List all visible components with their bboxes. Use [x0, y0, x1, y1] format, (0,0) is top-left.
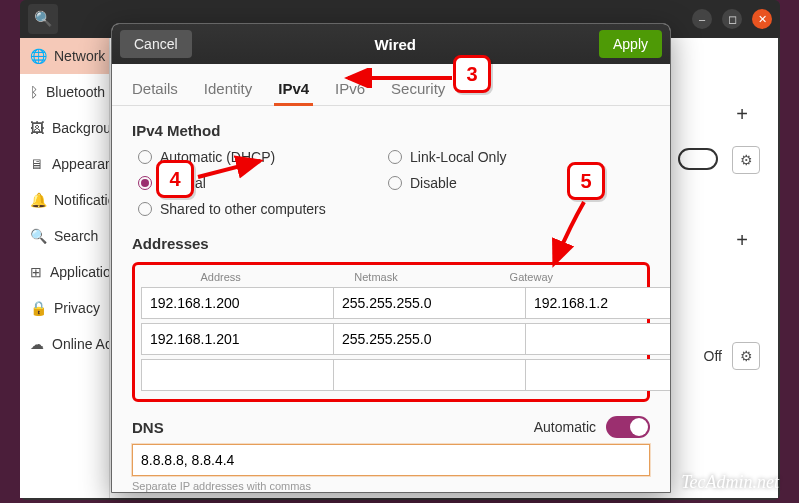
- sidebar-item-applications[interactable]: ⊞Applications: [20, 254, 109, 290]
- sidebar-item-network[interactable]: 🌐Network: [20, 38, 109, 74]
- connection-toggle[interactable]: [678, 148, 718, 170]
- sidebar-item-background[interactable]: 🖼Background: [20, 110, 109, 146]
- sidebar-label: Network: [54, 48, 105, 64]
- dns-automatic-label: Automatic: [534, 419, 596, 435]
- radio-dot-icon: [388, 176, 402, 190]
- sidebar-item-search[interactable]: 🔍Search: [20, 218, 109, 254]
- address-headers: Address Netmask Gateway: [141, 271, 641, 283]
- radio-link-local[interactable]: Link-Local Only: [388, 149, 650, 165]
- add-connection-icon[interactable]: +: [730, 102, 754, 126]
- sidebar-item-notifications[interactable]: 🔔Notifications: [20, 182, 109, 218]
- sidebar-label: Bluetooth: [46, 84, 105, 100]
- tab-details[interactable]: Details: [130, 74, 180, 105]
- sidebar-icon: 🔔: [30, 192, 46, 208]
- proxy-settings-gear-icon[interactable]: ⚙: [732, 342, 760, 370]
- radio-dot-icon: [388, 150, 402, 164]
- search-icon[interactable]: 🔍: [28, 4, 58, 34]
- dns-hint: Separate IP addresses with commas: [132, 480, 650, 492]
- radio-dot-icon: [138, 176, 152, 190]
- radio-label: Shared to other computers: [160, 201, 326, 217]
- tab-identity[interactable]: Identity: [202, 74, 254, 105]
- settings-sidebar: 🌐NetworkᛒBluetooth🖼Background🖥Appearance…: [20, 38, 110, 498]
- callout-5: 5: [567, 162, 605, 200]
- col-address: Address: [143, 271, 298, 283]
- callout-4: 4: [156, 160, 194, 198]
- address-row: 🗑: [141, 359, 641, 391]
- radio-dot-icon: [138, 202, 152, 216]
- add-vpn-icon[interactable]: +: [730, 228, 754, 252]
- sidebar-icon: ᛒ: [30, 84, 38, 100]
- netmask-input[interactable]: [334, 323, 526, 355]
- radio-label: Disable: [410, 175, 457, 191]
- ipv4-method-label: IPv4 Method: [132, 122, 650, 139]
- window-minimize-icon[interactable]: –: [692, 9, 712, 29]
- sidebar-label: Applications: [50, 264, 110, 280]
- gateway-input[interactable]: [526, 287, 670, 319]
- dns-label: DNS: [132, 419, 164, 436]
- gateway-input[interactable]: [526, 359, 670, 391]
- proxy-status: Off: [704, 348, 722, 364]
- address-row: 🗑: [141, 323, 641, 355]
- sidebar-icon: ☁: [30, 336, 44, 352]
- dialog-tabs: DetailsIdentityIPv4IPv6Security: [112, 64, 670, 106]
- radio-disable[interactable]: Disable: [388, 175, 650, 191]
- radio-dot-icon: [138, 150, 152, 164]
- gateway-input[interactable]: [526, 323, 670, 355]
- window-maximize-icon[interactable]: ◻: [722, 9, 742, 29]
- cancel-button[interactable]: Cancel: [120, 30, 192, 58]
- radio-label: Link-Local Only: [410, 149, 507, 165]
- netmask-input[interactable]: [334, 287, 526, 319]
- address-input[interactable]: [141, 359, 334, 391]
- watermark: TecAdmin.net: [681, 472, 779, 493]
- sidebar-label: Notifications: [54, 192, 110, 208]
- sidebar-item-appearance[interactable]: 🖥Appearance: [20, 146, 109, 182]
- sidebar-icon: 🌐: [30, 48, 46, 64]
- dns-automatic-switch[interactable]: [606, 416, 650, 438]
- netmask-input[interactable]: [334, 359, 526, 391]
- connection-settings-gear-icon[interactable]: ⚙: [732, 146, 760, 174]
- dialog-header: Cancel Wired Apply: [112, 24, 670, 64]
- col-netmask: Netmask: [298, 271, 453, 283]
- sidebar-icon: 🖼: [30, 120, 44, 136]
- tab-ipv4[interactable]: IPv4: [276, 74, 311, 105]
- radio-shared[interactable]: Shared to other computers: [138, 201, 650, 217]
- window-close-icon[interactable]: ✕: [752, 9, 772, 29]
- sidebar-icon: ⊞: [30, 264, 42, 280]
- apply-button[interactable]: Apply: [599, 30, 662, 58]
- address-input[interactable]: [141, 287, 334, 319]
- wired-settings-dialog: Cancel Wired Apply DetailsIdentityIPv4IP…: [111, 23, 671, 493]
- sidebar-icon: 🔒: [30, 300, 46, 316]
- sidebar-label: Privacy: [54, 300, 100, 316]
- dialog-title: Wired: [192, 36, 599, 53]
- sidebar-icon: 🖥: [30, 156, 44, 172]
- address-input[interactable]: [141, 323, 334, 355]
- col-gateway: Gateway: [454, 271, 609, 283]
- addresses-label: Addresses: [132, 235, 650, 252]
- address-row: 🗑: [141, 287, 641, 319]
- sidebar-label: Background: [52, 120, 110, 136]
- callout-3: 3: [453, 55, 491, 93]
- tab-ipv6[interactable]: IPv6: [333, 74, 367, 105]
- sidebar-icon: 🔍: [30, 228, 46, 244]
- dns-input[interactable]: [132, 444, 650, 476]
- sidebar-label: Appearance: [52, 156, 110, 172]
- sidebar-label: Search: [54, 228, 98, 244]
- sidebar-item-privacy[interactable]: 🔒Privacy: [20, 290, 109, 326]
- sidebar-label: Online Accounts: [52, 336, 110, 352]
- addresses-highlight-box: Address Netmask Gateway 🗑🗑🗑: [132, 262, 650, 402]
- sidebar-item-bluetooth[interactable]: ᛒBluetooth: [20, 74, 109, 110]
- tab-security[interactable]: Security: [389, 74, 447, 105]
- sidebar-item-online-accounts[interactable]: ☁Online Accounts: [20, 326, 109, 362]
